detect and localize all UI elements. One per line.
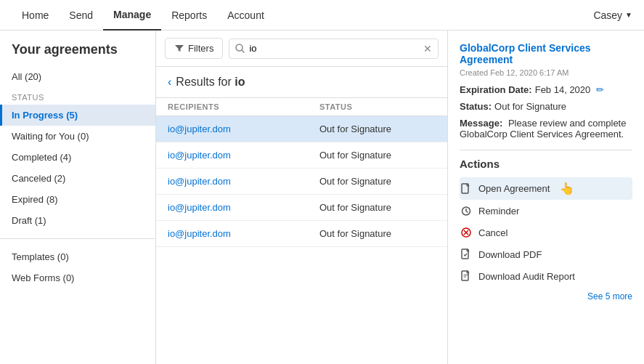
nav-home[interactable]: Home: [12, 0, 59, 31]
chevron-down-icon: ▼: [625, 11, 632, 19]
right-panel: GlobalCorp Client Services Agreement Cre…: [448, 31, 644, 364]
sidebar-item-expired[interactable]: Expired (8): [0, 189, 155, 210]
sidebar-item-in-progress[interactable]: In Progress (5): [0, 105, 155, 126]
status-value: Out for Signature: [494, 101, 566, 112]
search-bar: Filters ✕: [156, 31, 447, 67]
user-menu[interactable]: Casey ▼: [593, 9, 632, 21]
action-reminder[interactable]: Reminder: [460, 200, 632, 222]
user-name: Casey: [593, 9, 622, 21]
row-status: Out for Signature: [319, 228, 436, 239]
svg-rect-8: [462, 271, 468, 280]
filter-icon: [174, 44, 184, 54]
row-recipient: io@jupiter.dom: [168, 228, 319, 239]
svg-rect-7: [462, 249, 468, 259]
filter-label: Filters: [188, 43, 213, 54]
center-panel: Filters ✕ ‹ Results for io RECIPIENTS ST…: [156, 31, 448, 364]
table-row[interactable]: io@jupiter.dom Out for Signature: [156, 221, 447, 247]
row-status: Out for Signature: [319, 124, 436, 134]
filters-button[interactable]: Filters: [165, 38, 223, 59]
row-recipient: io@jupiter.dom: [168, 124, 319, 134]
agreement-title[interactable]: GlobalCorp Client Services Agreement: [460, 42, 632, 65]
nav-send[interactable]: Send: [59, 0, 103, 31]
agreement-created: Created Feb 12, 2020 6:17 AM: [460, 68, 632, 77]
actions-title: Actions: [460, 158, 632, 170]
results-query: io: [235, 76, 245, 88]
results-prefix: Results for: [176, 76, 235, 88]
status-label: Status:: [460, 101, 492, 112]
edit-icon[interactable]: ✏: [596, 84, 604, 95]
row-status: Out for Signature: [319, 150, 436, 161]
expiration-row: Expiration Date: Feb 14, 2020 ✏: [460, 84, 632, 95]
open-agreement-label: Open Agreement: [478, 183, 550, 194]
cancel-icon: [460, 226, 473, 239]
col-recipients-header: RECIPIENTS: [168, 102, 319, 111]
download-pdf-label: Download PDF: [478, 249, 542, 260]
action-download-pdf[interactable]: Download PDF: [460, 243, 632, 265]
expiration-value: Feb 14, 2020: [535, 84, 591, 95]
expiration-label: Expiration Date:: [460, 84, 532, 95]
nav-account[interactable]: Account: [217, 0, 274, 31]
sidebar-item-web-forms[interactable]: Web Forms (0): [0, 267, 155, 288]
sidebar-title: Your agreements: [0, 42, 155, 66]
audit-icon: [460, 270, 473, 283]
row-recipient: io@jupiter.dom: [168, 176, 319, 187]
sidebar-item-completed[interactable]: Completed (4): [0, 147, 155, 168]
sidebar-item-templates[interactable]: Templates (0): [0, 246, 155, 267]
action-cancel[interactable]: Cancel: [460, 222, 632, 243]
table-row[interactable]: io@jupiter.dom Out for Signature: [156, 142, 447, 169]
table-row[interactable]: io@jupiter.dom Out for Signature: [156, 195, 447, 221]
cursor-icon: 👆: [560, 182, 574, 195]
results-table: RECIPIENTS STATUS io@jupiter.dom Out for…: [156, 98, 447, 364]
pdf-icon: [460, 248, 473, 261]
doc-icon: [460, 182, 473, 195]
see-more-link[interactable]: See 5 more: [460, 291, 632, 302]
nav-reports[interactable]: Reports: [161, 0, 217, 31]
sidebar-item-draft[interactable]: Draft (1): [0, 210, 155, 231]
row-recipient: io@jupiter.dom: [168, 202, 319, 213]
search-box: ✕: [229, 39, 439, 59]
row-status: Out for Signature: [319, 202, 436, 213]
row-recipient: io@jupiter.dom: [168, 150, 319, 161]
message-label: Message:: [460, 118, 502, 129]
search-input[interactable]: [249, 43, 419, 54]
status-section-label: STATUS: [0, 87, 155, 105]
action-download-audit[interactable]: Download Audit Report: [460, 265, 632, 287]
nav-manage[interactable]: Manage: [103, 0, 161, 31]
col-status-header: STATUS: [319, 102, 436, 111]
results-header: ‹ Results for io: [156, 67, 447, 98]
back-arrow-icon[interactable]: ‹: [168, 76, 171, 89]
svg-point-0: [236, 44, 242, 51]
table-header: RECIPIENTS STATUS: [156, 98, 447, 116]
sidebar-item-canceled[interactable]: Canceled (2): [0, 168, 155, 189]
svg-rect-2: [462, 184, 468, 193]
cancel-label: Cancel: [478, 227, 508, 238]
table-row[interactable]: io@jupiter.dom Out for Signature: [156, 116, 447, 142]
table-row[interactable]: io@jupiter.dom Out for Signature: [156, 169, 447, 195]
top-nav: Home Send Manage Reports Account Casey ▼: [0, 0, 644, 31]
sidebar-all[interactable]: All (20): [0, 66, 155, 87]
row-status: Out for Signature: [319, 176, 436, 187]
download-audit-label: Download Audit Report: [478, 271, 575, 282]
results-label: Results for io: [176, 76, 245, 89]
reminder-label: Reminder: [478, 206, 519, 217]
message-row: Message: Please review and complete Glob…: [460, 118, 632, 139]
status-row: Status: Out for Signature: [460, 101, 632, 112]
clock-icon: [460, 204, 473, 217]
action-open-agreement[interactable]: Open Agreement 👆: [460, 177, 632, 200]
search-icon: [235, 44, 245, 53]
svg-line-1: [242, 50, 245, 53]
search-clear-icon[interactable]: ✕: [423, 43, 432, 54]
sidebar: Your agreements All (20) STATUS In Progr…: [0, 31, 156, 364]
sidebar-item-waiting[interactable]: Waiting for You (0): [0, 126, 155, 147]
